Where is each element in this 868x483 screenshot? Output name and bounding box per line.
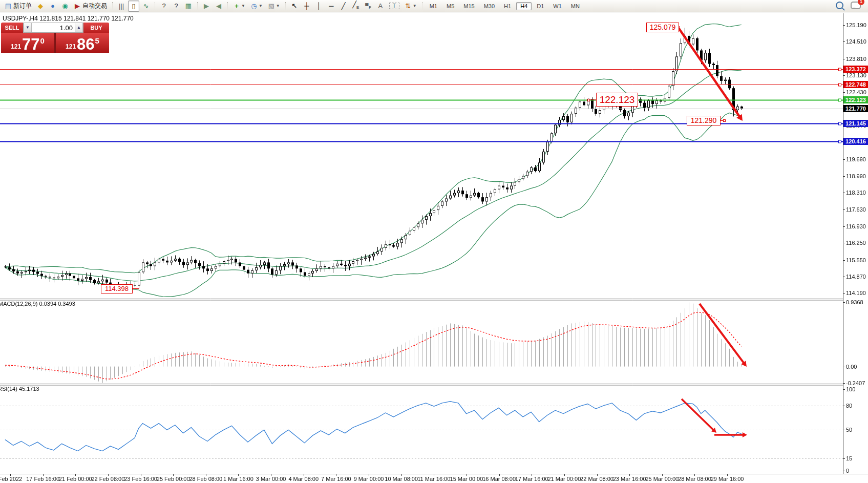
rsi-axis-label: 50 (846, 427, 852, 433)
annotation-recent-low[interactable]: 121.290 (687, 116, 721, 125)
time-axis-label: 25 Mar 00:00 (645, 476, 679, 482)
price-level-badge: 121.770 (843, 105, 868, 112)
mt4-terminal: { "toolbar": { "groups": [ {"items": [ {… (0, 0, 868, 483)
macd-axis-label: 0.00 (846, 364, 857, 370)
price-tick-label: 123.130 (846, 72, 866, 78)
price-chart-canvas[interactable] (0, 0, 868, 483)
macd-axis-label: 0.9368 (846, 299, 863, 305)
price-tick-label: 122.430 (846, 89, 866, 95)
time-axis-label: 3 Mar 00:00 (256, 476, 286, 482)
macd-axis-label: -0.2407 (846, 380, 865, 386)
buy-price-handle: 121 (66, 43, 76, 50)
macd-indicator-label: MACD(12,26,9) 0.0394 0.3493 (0, 301, 75, 307)
buy-price-button[interactable]: 121865 (56, 33, 109, 53)
price-level-badge: 123.372 (843, 66, 868, 73)
volume-decrease-button[interactable]: ▼ (24, 23, 32, 32)
volume-spinner: ▼ ▲ (23, 23, 83, 33)
sell-button[interactable]: SELL (1, 23, 23, 33)
annotation-pullback-level[interactable]: 122.123 (596, 93, 638, 107)
time-axis-label: 4 Mar 08:00 (288, 476, 319, 482)
annotation-swing-high[interactable]: 125.079 (646, 23, 679, 32)
price-tick-label: 123.810 (846, 56, 866, 62)
price-tick-label: 124.510 (846, 38, 866, 45)
price-tick-label: 115.550 (846, 257, 866, 263)
time-axis-label: 22 Mar 08:00 (580, 476, 613, 482)
time-axis-label: 23 Feb 16:00 (124, 476, 157, 482)
sell-price-handle: 121 (11, 43, 21, 50)
chart-title: USDJPY-,H4 121.815 121.841 121.770 121.7… (3, 15, 134, 22)
buy-price-point: 5 (95, 36, 99, 45)
rsi-axis-label: 0 (846, 468, 849, 474)
time-axis-label: 17 Mar 16:00 (515, 476, 548, 482)
rsi-axis-label: 80 (846, 403, 852, 409)
volume-input[interactable] (32, 23, 75, 32)
annotation-feb-low[interactable]: 114.398 (101, 284, 133, 293)
rsi-axis-label: 15 (846, 455, 852, 461)
time-axis-label: 28 Mar 08:00 (678, 476, 711, 482)
time-axis-label: 25 Feb 00:00 (157, 476, 190, 482)
price-tick-label: 114.870 (846, 274, 866, 280)
price-tick-label: 118.990 (846, 173, 866, 179)
price-tick-label: 116.930 (846, 223, 866, 229)
time-axis-label: 15 Mar 00:00 (450, 476, 483, 482)
time-axis-label: 11 Mar 16:00 (417, 476, 450, 482)
price-tick-label: 125.190 (846, 22, 866, 28)
rsi-indicator-label: RSI(14) 45.1713 (0, 386, 39, 392)
buy-button[interactable]: BUY (83, 23, 109, 33)
price-level-badge: 120.416 (843, 138, 868, 145)
time-axis-label: 1 Mar 16:00 (223, 476, 253, 482)
time-axis-label: Feb 2022 (0, 476, 22, 482)
one-click-trading-panel: SELL ▼ ▲ BUY 121770 121865 (1, 23, 109, 53)
time-axis-label: 28 Feb 08:00 (189, 476, 222, 482)
price-tick-label: 114.190 (846, 290, 866, 296)
time-axis-label: 9 Mar 00:00 (354, 476, 384, 482)
time-axis-label: 16 Mar 08:00 (482, 476, 516, 482)
sell-price-point: 0 (40, 36, 45, 45)
time-axis-label: 7 Mar 16:00 (321, 476, 351, 482)
price-level-badge: 122.748 (843, 81, 868, 88)
time-axis-label: 22 Feb 08:00 (91, 476, 124, 482)
time-axis-label: 10 Mar 08:00 (385, 476, 418, 482)
price-tick-label: 118.310 (846, 190, 866, 196)
price-level-badge: 122.123 (843, 96, 868, 103)
time-axis-label: 29 Mar 16:00 (711, 476, 744, 482)
time-axis-label: 23 Mar 16:00 (613, 476, 646, 482)
sell-price-pips: 77 (22, 37, 39, 52)
price-tick-label: 117.630 (846, 206, 866, 213)
volume-increase-button[interactable]: ▲ (75, 23, 83, 32)
time-axis-label: 21 Feb 00:00 (59, 476, 92, 482)
rsi-axis-label: 100 (846, 386, 855, 392)
price-tick-label: 116.250 (846, 240, 866, 246)
sell-price-button[interactable]: 121770 (1, 33, 54, 53)
buy-price-pips: 86 (77, 37, 94, 52)
price-tick-label: 119.690 (846, 156, 866, 162)
price-level-badge: 121.145 (843, 120, 868, 127)
time-axis-label: 17 Feb 16:00 (26, 476, 59, 482)
time-axis-label: 21 Mar 00:00 (547, 476, 581, 482)
chart-window: USDJPY-,H4 121.815 121.841 121.770 121.7… (0, 13, 868, 483)
